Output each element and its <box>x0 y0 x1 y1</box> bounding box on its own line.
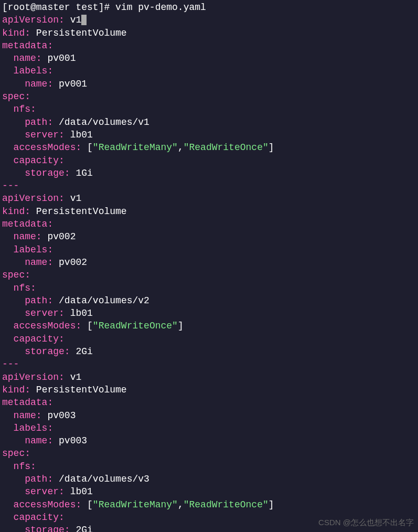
yaml-line: server: lb01 <box>2 485 416 498</box>
key-storage: storage <box>25 168 65 178</box>
key-label-name: name <box>25 79 47 89</box>
key-capacity: capacity <box>14 512 59 523</box>
yaml-line: nfs: <box>2 460 416 473</box>
key-apiversion: apiVersion <box>2 372 59 382</box>
value-label-name: pv002 <box>59 257 87 268</box>
yaml-line: capacity: <box>2 333 416 345</box>
colon: : <box>76 499 81 510</box>
key-name: name <box>14 53 36 63</box>
colon: : <box>25 91 30 102</box>
colon: : <box>47 79 53 89</box>
colon: : <box>47 244 53 255</box>
colon: : <box>30 104 36 114</box>
colon: : <box>30 461 36 472</box>
colon: : <box>59 130 65 140</box>
colon: : <box>47 257 53 268</box>
value-server: lb01 <box>70 130 93 140</box>
value-name: pv003 <box>47 410 76 421</box>
yaml-line: nfs: <box>2 282 416 294</box>
value-kind: PersistentVolume <box>36 28 127 38</box>
key-name: name <box>14 231 36 242</box>
key-path: path <box>25 474 47 484</box>
yaml-line: labels: <box>2 422 416 434</box>
colon: : <box>47 474 53 484</box>
yaml-line: labels: <box>2 65 416 77</box>
yaml-line: metadata: <box>2 396 416 409</box>
key-capacity: capacity <box>14 334 59 344</box>
colon: : <box>47 435 53 446</box>
colon: : <box>59 308 65 318</box>
value-storage: 2Gi <box>76 525 92 532</box>
value-kind: PersistentVolume <box>36 385 127 395</box>
value-label-name: pv001 <box>59 79 87 89</box>
yaml-line: storage: 2Gi <box>2 345 416 358</box>
yaml-line: apiVersion: v1 <box>2 371 416 384</box>
yaml-line: path: /data/volumes/v1 <box>2 116 416 129</box>
key-metadata: metadata <box>2 40 47 51</box>
access-mode-value: "ReadWriteOnce" <box>93 321 178 331</box>
key-accessmodes: accessModes <box>14 499 76 510</box>
yaml-line: storage: 1Gi <box>2 167 416 179</box>
key-accessmodes: accessModes <box>14 321 76 331</box>
colon: : <box>25 270 30 280</box>
value-path: /data/volumes/v1 <box>59 117 149 127</box>
yaml-line: capacity: <box>2 154 416 167</box>
key-labels: labels <box>14 66 48 76</box>
colon: : <box>25 385 30 395</box>
colon: : <box>47 295 53 306</box>
key-server: server <box>25 486 59 497</box>
colon: : <box>76 321 81 331</box>
yaml-line: accessModes: ["ReadWriteOnce"] <box>2 320 416 332</box>
yaml-line: name: pv003 <box>2 434 416 447</box>
value-path: /data/volumes/v3 <box>59 474 149 484</box>
yaml-line: accessModes: ["ReadWriteMany","ReadWrite… <box>2 141 416 154</box>
yaml-line: accessModes: ["ReadWriteMany","ReadWrite… <box>2 498 416 511</box>
key-server: server <box>25 130 59 140</box>
key-spec: spec <box>2 448 25 459</box>
yaml-line: kind: PersistentVolume <box>2 205 416 218</box>
value-path: /data/volumes/v2 <box>59 295 149 306</box>
key-kind: kind <box>2 28 25 38</box>
separator: --- <box>2 180 19 191</box>
yaml-line: name: pv002 <box>2 256 416 269</box>
yaml-line: path: /data/volumes/v2 <box>2 294 416 307</box>
key-spec: spec <box>2 270 25 280</box>
value-apiversion: v1 <box>70 372 82 382</box>
colon: : <box>59 486 65 497</box>
key-kind: kind <box>2 385 25 395</box>
yaml-line: server: lb01 <box>2 129 416 141</box>
colon: : <box>65 525 70 532</box>
colon: : <box>76 142 81 153</box>
value-label-name: pv003 <box>59 435 87 446</box>
key-label-name: name <box>25 435 47 446</box>
key-labels: labels <box>14 423 48 433</box>
colon: : <box>47 397 53 408</box>
colon: : <box>47 423 53 433</box>
colon: : <box>25 448 30 459</box>
value-name: pv002 <box>47 231 76 242</box>
key-nfs: nfs <box>14 104 30 114</box>
separator: --- <box>2 359 19 369</box>
key-storage: storage <box>25 525 65 532</box>
key-path: path <box>25 295 47 306</box>
key-accessmodes: accessModes <box>14 142 76 153</box>
key-label-name: name <box>25 257 47 268</box>
colon: : <box>36 53 42 63</box>
yaml-line: path: /data/volumes/v3 <box>2 473 416 485</box>
key-apiversion: apiVersion <box>2 15 59 25</box>
terminal-output[interactable]: [root@master test]# vim pv-demo.yaml api… <box>2 1 416 532</box>
key-path: path <box>25 117 47 127</box>
yaml-line: name: pv002 <box>2 230 416 243</box>
colon: : <box>65 346 70 357</box>
yaml-line: labels: <box>2 243 416 256</box>
key-nfs: nfs <box>14 283 30 293</box>
yaml-line: apiVersion: v1 <box>2 14 416 26</box>
yaml-line: name: pv001 <box>2 78 416 90</box>
value-storage: 1Gi <box>76 168 92 178</box>
key-name: name <box>14 410 36 421</box>
key-spec: spec <box>2 91 25 102</box>
yaml-line: name: pv001 <box>2 52 416 65</box>
colon: : <box>59 334 65 344</box>
colon: : <box>25 28 30 38</box>
yaml-line: spec: <box>2 269 416 281</box>
